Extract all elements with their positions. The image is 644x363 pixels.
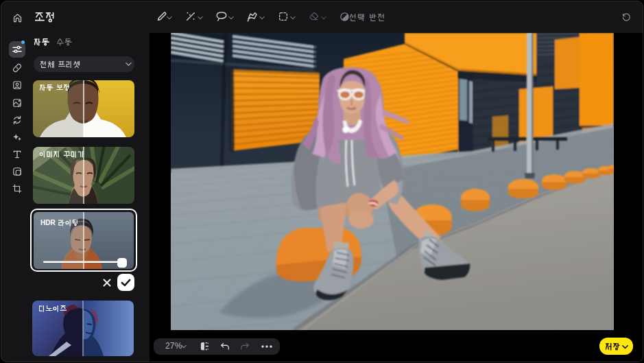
svg-text:HDR: HDR (40, 219, 56, 226)
